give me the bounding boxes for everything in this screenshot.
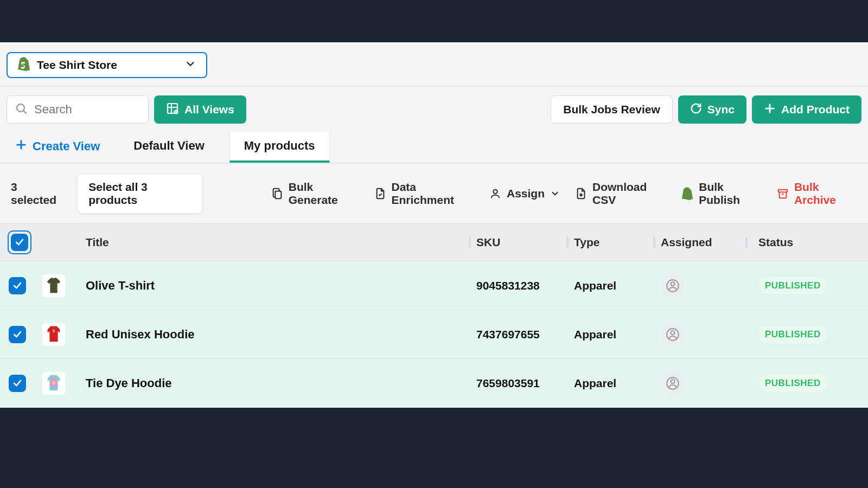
status-badge: PUBLISHED — [758, 277, 827, 294]
col-sku: SKU — [476, 236, 574, 249]
row-checkbox-cell — [4, 326, 42, 343]
product-title: Red Unisex Hoodie — [86, 328, 476, 342]
row-checkbox[interactable] — [9, 326, 26, 343]
product-thumbnail — [42, 323, 86, 346]
sync-label: Sync — [707, 103, 735, 116]
assign-user-button[interactable] — [661, 274, 685, 298]
select-all-label: Select all 3 products — [88, 181, 148, 206]
table-body: Olive T-shirt 9045831238 Apparel PUBLISH… — [0, 261, 868, 408]
views-icon — [166, 102, 179, 118]
assigned-cell — [661, 274, 753, 298]
refresh-icon — [690, 102, 702, 117]
svg-rect-9 — [54, 329, 54, 332]
add-product-label: Add Product — [781, 103, 850, 116]
svg-point-4 — [493, 190, 497, 194]
product-sku: 9045831238 — [476, 279, 574, 292]
row-checkbox[interactable] — [9, 277, 26, 294]
status-cell: PUBLISHED — [753, 326, 861, 343]
col-assigned: Assigned — [661, 236, 753, 249]
all-views-button[interactable]: All Views — [154, 95, 246, 124]
tab-label: Default View — [133, 139, 204, 152]
select-all-button[interactable]: Select all 3 products — [77, 174, 202, 214]
archive-icon — [777, 188, 789, 200]
tab-label: My products — [244, 139, 315, 152]
user-icon — [489, 188, 501, 200]
store-row: Tee Shirt Store — [0, 42, 868, 87]
table-row[interactable]: Olive T-shirt 9045831238 Apparel PUBLISH… — [0, 261, 868, 310]
assigned-cell — [661, 323, 753, 346]
col-status: Status — [753, 236, 861, 249]
create-view-label: Create View — [33, 139, 100, 153]
product-sku: 7659803591 — [476, 377, 574, 390]
download-csv-button[interactable]: Download CSV — [575, 181, 666, 207]
assign-label: Assign — [507, 187, 545, 200]
row-checkbox-cell — [4, 375, 42, 392]
header-checkbox-cell — [4, 230, 42, 254]
select-all-checkbox[interactable] — [11, 234, 28, 251]
bulk-jobs-label: Bulk Jobs Review — [563, 103, 660, 116]
assign-user-button[interactable] — [661, 371, 685, 395]
all-views-label: All Views — [184, 103, 234, 116]
store-name: Tee Shirt Store — [37, 59, 117, 72]
svg-rect-5 — [778, 190, 788, 192]
product-type: Apparel — [574, 279, 661, 292]
row-checkbox[interactable] — [9, 375, 26, 392]
svg-point-13 — [671, 380, 675, 383]
chevron-down-icon — [184, 58, 196, 72]
tab-default-view[interactable]: Default View — [119, 131, 218, 163]
bulk-jobs-review-button[interactable]: Bulk Jobs Review — [551, 95, 673, 124]
product-title: Olive T-shirt — [86, 279, 476, 293]
svg-point-11 — [671, 331, 675, 335]
status-badge: PUBLISHED — [758, 326, 827, 343]
table-header: Title SKU Type Assigned Status — [0, 223, 868, 261]
svg-point-7 — [671, 282, 675, 286]
col-type: Type — [574, 236, 661, 249]
assigned-cell — [661, 371, 753, 395]
plus-icon — [15, 139, 27, 154]
table-row[interactable]: Tie Dye Hoodie 7659803591 Apparel PUBLIS… — [0, 359, 868, 408]
search-icon — [15, 102, 28, 117]
assign-button[interactable]: Assign — [489, 187, 560, 200]
tab-my-products[interactable]: My products — [229, 131, 330, 163]
create-view-button[interactable]: Create View — [7, 133, 108, 159]
bulk-generate-label: Bulk Generate — [289, 181, 359, 207]
bulk-publish-button[interactable]: Bulk Publish — [681, 181, 762, 207]
document-check-icon — [374, 188, 386, 200]
col-title: Title — [86, 236, 476, 249]
shopify-icon — [681, 187, 693, 200]
status-cell: PUBLISHED — [753, 375, 861, 392]
row-checkbox-cell — [4, 277, 42, 294]
chevron-down-icon — [550, 189, 560, 198]
tabs: Create View Default View My products — [0, 124, 868, 164]
copy-icon — [271, 188, 283, 200]
status-badge: PUBLISHED — [758, 375, 827, 392]
svg-rect-8 — [53, 329, 53, 332]
product-type: Apparel — [574, 328, 661, 341]
assign-user-button[interactable] — [661, 323, 685, 346]
data-enrichment-label: Data Enrichment — [392, 181, 475, 207]
add-product-button[interactable]: Add Product — [752, 95, 861, 124]
app-panel: Tee Shirt Store All Views Bulk Jobs Revi… — [0, 42, 868, 397]
download-csv-label: Download CSV — [592, 181, 666, 207]
status-cell: PUBLISHED — [753, 277, 861, 294]
product-title: Tie Dye Hoodie — [86, 376, 476, 390]
actions-bar: 3 selected Select all 3 products Bulk Ge… — [0, 164, 868, 223]
bulk-archive-label: Bulk Archive — [794, 181, 857, 207]
store-selector[interactable]: Tee Shirt Store — [7, 52, 207, 78]
product-type: Apparel — [574, 377, 661, 390]
data-enrichment-button[interactable]: Data Enrichment — [374, 181, 475, 207]
table-row[interactable]: Red Unisex Hoodie 7437697655 Apparel PUB… — [0, 310, 868, 359]
product-thumbnail — [42, 372, 86, 395]
search-input[interactable] — [34, 102, 141, 117]
search-box[interactable] — [7, 95, 149, 124]
sync-button[interactable]: Sync — [678, 95, 746, 124]
toolbar: All Views Bulk Jobs Review Sync Add Prod… — [0, 87, 868, 124]
plus-icon — [764, 102, 776, 117]
svg-rect-3 — [275, 191, 281, 198]
shopify-icon — [17, 57, 30, 73]
download-icon — [575, 188, 587, 200]
selected-count: 3 selected — [11, 181, 62, 207]
bulk-generate-button[interactable]: Bulk Generate — [271, 181, 359, 207]
product-thumbnail — [42, 274, 86, 297]
bulk-archive-button[interactable]: Bulk Archive — [777, 181, 857, 207]
